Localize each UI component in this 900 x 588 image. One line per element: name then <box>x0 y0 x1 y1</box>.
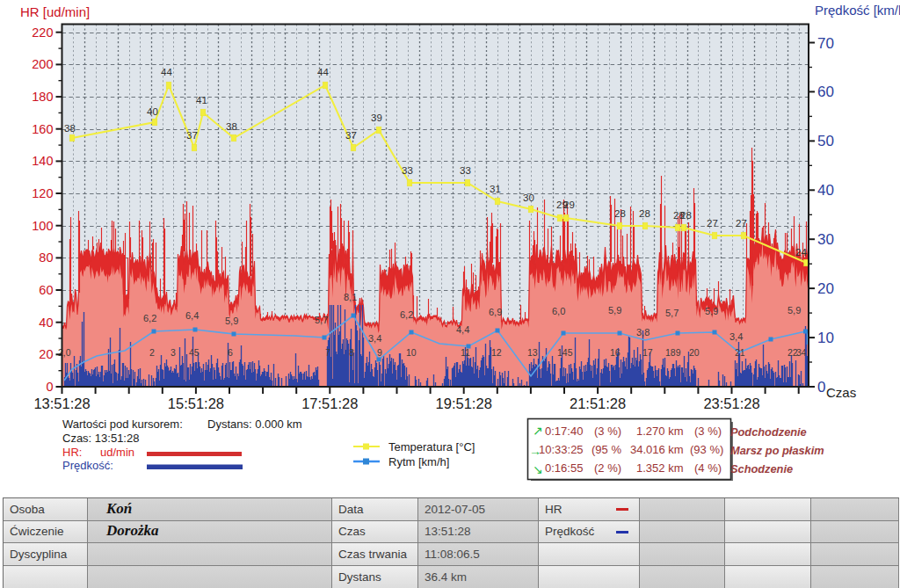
svg-text:20: 20 <box>817 280 834 297</box>
svg-text:34: 34 <box>796 347 807 358</box>
svg-text:Wartości pod kursorem:: Wartości pod kursorem: <box>62 417 183 431</box>
svg-text:60: 60 <box>817 83 834 100</box>
svg-text:Temperatura [°C]: Temperatura [°C] <box>388 440 475 454</box>
svg-text:100: 100 <box>32 219 53 233</box>
svg-text:5,9: 5,9 <box>788 305 801 316</box>
svg-text:13:51:28: 13:51:28 <box>33 396 90 411</box>
svg-text:6,0: 6,0 <box>552 306 565 316</box>
svg-text:19:51:28: 19:51:28 <box>436 396 492 411</box>
svg-text:189: 189 <box>665 347 681 358</box>
svg-text:27: 27 <box>736 218 747 229</box>
svg-text:HR:: HR: <box>62 446 82 459</box>
svg-text:1.270 km: 1.270 km <box>636 425 683 438</box>
svg-text:5,9: 5,9 <box>225 316 238 326</box>
svg-text:34.016 km: 34.016 km <box>630 443 684 456</box>
svg-text:Prędkość [km/h]: Prędkość [km/h] <box>815 3 900 18</box>
svg-text:10:33:25: 10:33:25 <box>539 443 584 456</box>
svg-text:39: 39 <box>371 113 382 123</box>
svg-text:120: 120 <box>32 186 53 200</box>
svg-text:40: 40 <box>39 316 53 330</box>
svg-text:60: 60 <box>39 283 53 297</box>
svg-text:17:51:28: 17:51:28 <box>301 396 358 411</box>
svg-text:3,4: 3,4 <box>368 333 381 344</box>
svg-text:Rytm [km/h]: Rytm [km/h] <box>388 455 449 468</box>
svg-text:10: 10 <box>406 347 417 358</box>
svg-text:HR [ud/min]: HR [ud/min] <box>20 4 90 19</box>
svg-text:↘: ↘ <box>533 462 543 476</box>
svg-text:0:16:55: 0:16:55 <box>545 461 583 475</box>
svg-text:40: 40 <box>817 182 834 199</box>
svg-text:6: 6 <box>228 347 233 358</box>
svg-text:9: 9 <box>377 347 382 358</box>
svg-text:33: 33 <box>460 165 471 176</box>
svg-text:41: 41 <box>196 95 207 105</box>
svg-text:50: 50 <box>817 133 834 149</box>
svg-text:Podchodzenie: Podchodzenie <box>730 425 807 439</box>
svg-text:ud/min: ud/min <box>100 446 134 459</box>
svg-text:8: 8 <box>349 347 354 358</box>
svg-text:27: 27 <box>707 218 718 229</box>
svg-text:Dystans: 0.000 km: Dystans: 0.000 km <box>207 417 302 431</box>
svg-text:220: 220 <box>32 25 53 40</box>
svg-text:21: 21 <box>735 347 745 358</box>
svg-text:1.352 km: 1.352 km <box>636 461 683 475</box>
svg-text:6,2: 6,2 <box>143 313 156 323</box>
svg-text:(3 %): (3 %) <box>594 425 621 438</box>
svg-text:0: 0 <box>46 380 53 394</box>
svg-text:45: 45 <box>189 347 200 358</box>
svg-text:(93 %): (93 %) <box>690 443 723 456</box>
svg-text:21:51:28: 21:51:28 <box>570 396 626 411</box>
svg-text:80: 80 <box>39 250 53 265</box>
svg-text:200: 200 <box>32 57 53 71</box>
svg-text:Marsz po płaskim: Marsz po płaskim <box>730 444 824 457</box>
svg-text:16: 16 <box>610 347 621 358</box>
svg-text:29: 29 <box>563 200 575 210</box>
svg-text:30: 30 <box>817 231 834 248</box>
svg-text:10: 10 <box>817 330 834 346</box>
svg-text:20: 20 <box>39 347 53 361</box>
svg-text:6,9: 6,9 <box>489 307 502 317</box>
svg-text:28: 28 <box>680 210 692 221</box>
svg-text:8,1: 8,1 <box>344 292 357 302</box>
svg-text:38: 38 <box>226 121 237 132</box>
svg-text:33: 33 <box>402 165 413 176</box>
svg-text:70: 70 <box>817 35 834 52</box>
svg-text:38: 38 <box>64 123 76 134</box>
svg-text:44: 44 <box>161 67 172 77</box>
svg-text:17: 17 <box>642 347 653 358</box>
svg-text:2,0: 2,0 <box>58 347 71 358</box>
svg-text:140: 140 <box>32 154 53 168</box>
svg-text:(2 %): (2 %) <box>594 461 621 475</box>
svg-text:5,9: 5,9 <box>608 305 621 316</box>
svg-text:13: 13 <box>527 347 538 358</box>
svg-text:2: 2 <box>149 347 155 358</box>
svg-text:37: 37 <box>186 130 198 141</box>
svg-text:5,7: 5,7 <box>315 315 328 325</box>
svg-text:15:51:28: 15:51:28 <box>168 396 224 411</box>
svg-text:Czas: 13:51:28: Czas: 13:51:28 <box>62 432 139 445</box>
svg-text:28: 28 <box>614 208 626 219</box>
svg-text:44: 44 <box>317 67 329 77</box>
svg-text:5,7: 5,7 <box>665 308 679 318</box>
svg-text:(3 %): (3 %) <box>694 425 722 438</box>
svg-text:3: 3 <box>171 347 176 358</box>
svg-text:145: 145 <box>557 347 573 358</box>
svg-text:23:51:28: 23:51:28 <box>703 396 759 411</box>
svg-text:7: 7 <box>325 347 330 358</box>
svg-text:31: 31 <box>490 184 501 194</box>
svg-text:(4 %): (4 %) <box>694 461 722 475</box>
svg-text:28: 28 <box>639 208 650 219</box>
svg-text:3,4: 3,4 <box>729 331 743 342</box>
svg-text:180: 180 <box>32 90 53 104</box>
svg-text:30: 30 <box>523 192 534 203</box>
svg-text:Schodzenie: Schodzenie <box>730 462 793 475</box>
svg-text:12: 12 <box>491 347 502 358</box>
svg-text:6,2: 6,2 <box>400 309 413 320</box>
svg-text:4,4: 4,4 <box>456 324 469 335</box>
svg-text:37: 37 <box>345 130 357 141</box>
svg-text:5,9: 5,9 <box>705 306 718 316</box>
svg-text:24: 24 <box>795 247 807 258</box>
svg-text:6,4: 6,4 <box>185 310 199 321</box>
svg-text:3,8: 3,8 <box>636 327 650 338</box>
svg-text:0:17:40: 0:17:40 <box>545 425 583 438</box>
